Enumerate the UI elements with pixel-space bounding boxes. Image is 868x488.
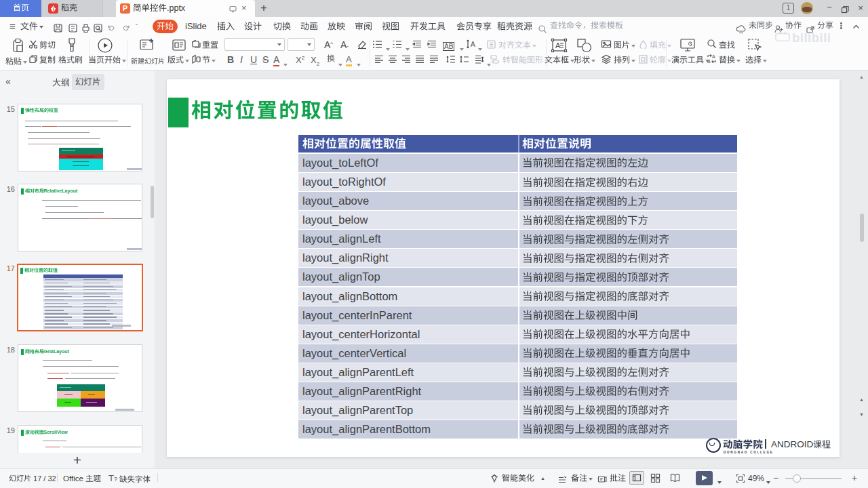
svg-text:B: B bbox=[707, 59, 711, 64]
svg-text:A: A bbox=[712, 54, 715, 59]
svg-text:A: A bbox=[555, 41, 561, 49]
svg-text:A: A bbox=[471, 41, 475, 48]
